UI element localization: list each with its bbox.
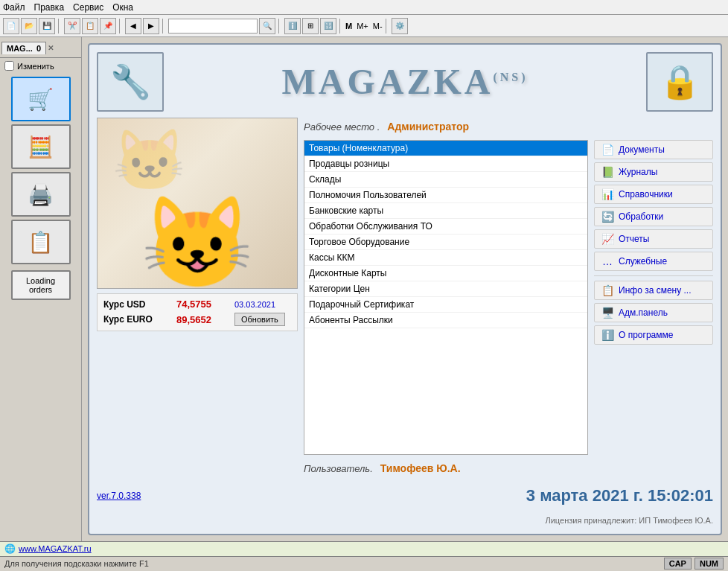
usd-value: 74,5755 bbox=[176, 299, 229, 310]
documents-btn[interactable]: 📄 Документы bbox=[594, 140, 713, 159]
workplace-row: Рабочее место . Администратор bbox=[304, 118, 713, 135]
list-item[interactable]: Подарочный Сертификат bbox=[304, 297, 587, 313]
rep-icon: 📈 bbox=[601, 233, 614, 245]
shift-info-label: Инфо за смену ... bbox=[619, 285, 692, 296]
calculator-icon: 🧮 bbox=[28, 135, 54, 159]
references-btn[interactable]: 📊 Справочники bbox=[594, 185, 713, 204]
admin-label: Администратор bbox=[387, 121, 469, 133]
cashier-icon-btn[interactable]: 🖨️ bbox=[11, 172, 71, 217]
list-item[interactable]: Банковские карты bbox=[304, 203, 587, 219]
settings-btn[interactable]: ⚙️ bbox=[392, 18, 408, 34]
admin-panel-label: Адм.панель bbox=[619, 307, 668, 318]
status-hint: Для получения подсказки нажмите F1 bbox=[4, 559, 661, 568]
notepad-icon-btn[interactable]: 📋 bbox=[11, 220, 71, 264]
middle-section: 😺 🐱 Курс USD 74,5755 03.03.2021 Курс EUR… bbox=[97, 118, 713, 477]
separator-4 bbox=[278, 19, 281, 34]
processing-btn[interactable]: 🔄 Обработки bbox=[594, 207, 713, 226]
separator-3 bbox=[162, 19, 165, 34]
menu-file[interactable]: Файл bbox=[3, 2, 25, 13]
version-link[interactable]: ver.7.0.338 bbox=[97, 491, 141, 501]
about-btn[interactable]: ℹ️ О программе bbox=[594, 325, 713, 345]
list-item[interactable]: Дисконтные Карты bbox=[304, 266, 587, 281]
workplace-label: Рабочее место . bbox=[304, 121, 380, 133]
separator-1 bbox=[58, 19, 61, 34]
app-title: MAGAZKA(NS) bbox=[171, 64, 639, 100]
euro-label: Курс EURO bbox=[103, 314, 170, 325]
tools-icon: 🔧 bbox=[110, 63, 151, 101]
ref-icon: 📊 bbox=[601, 188, 614, 200]
header-row: 🔧 MAGAZKA(NS) 🔒 bbox=[97, 52, 713, 112]
separator-6 bbox=[386, 19, 389, 34]
website-link[interactable]: www.MAGAZKAT.ru bbox=[19, 544, 92, 553]
open-btn[interactable]: 📂 bbox=[21, 18, 37, 34]
basket-icon-btn[interactable]: 🛒 bbox=[11, 77, 71, 121]
cashier-icon: 🖨️ bbox=[28, 182, 54, 207]
menu-service[interactable]: Сервис bbox=[73, 2, 103, 13]
save-btn[interactable]: 💾 bbox=[39, 18, 55, 34]
service-btn[interactable]: … Служебные bbox=[594, 252, 713, 271]
tab-strip: MAG... 0 ✕ bbox=[0, 37, 81, 58]
list-buttons-row: Товары (Номенклатура)Продавцы розницыСкл… bbox=[304, 140, 713, 455]
menu-windows[interactable]: Окна bbox=[112, 2, 133, 13]
search-btn[interactable]: 🔍 bbox=[259, 18, 275, 34]
list-item[interactable]: Торговое Оборудование bbox=[304, 235, 587, 250]
processing-label: Обработки bbox=[619, 211, 663, 222]
mminus-label: M- bbox=[373, 22, 383, 31]
cat-emoji: 😺 bbox=[141, 191, 253, 289]
list-item[interactable]: Кассы ККМ bbox=[304, 250, 587, 266]
grid-btn[interactable]: ⊞ bbox=[302, 18, 319, 34]
copy-btn[interactable]: 📋 bbox=[82, 18, 98, 34]
admin-panel-btn[interactable]: 🖥️ Адм.панель bbox=[594, 303, 713, 322]
list-item[interactable]: Категории Цен bbox=[304, 281, 587, 297]
usd-date: 03.03.2021 bbox=[234, 300, 291, 309]
list-item[interactable]: Полномочия Пользователей bbox=[304, 188, 587, 203]
sidebar-icons: 🛒 🧮 🖨️ 📋 Loadingorders bbox=[0, 74, 81, 541]
back-btn[interactable]: ◀ bbox=[125, 18, 141, 34]
new-btn[interactable]: 📄 bbox=[3, 18, 19, 34]
list-item[interactable]: Обработки Обслуживания ТО bbox=[304, 219, 587, 235]
title-area: MAGAZKA(NS) bbox=[171, 64, 639, 100]
refresh-btn[interactable]: Обновить bbox=[234, 313, 285, 326]
tools-icon-box[interactable]: 🔧 bbox=[97, 52, 164, 112]
loading-orders-btn[interactable]: Loadingorders bbox=[11, 270, 71, 300]
list-item[interactable]: Продавцы розницы bbox=[304, 156, 587, 172]
separator-2 bbox=[119, 19, 122, 34]
menu-edit[interactable]: Правка bbox=[34, 2, 65, 13]
mplus-label: M+ bbox=[357, 22, 368, 31]
currency-row: Курс USD 74,5755 03.03.2021 Курс EURO 89… bbox=[97, 293, 298, 331]
calc-btn[interactable]: 🔢 bbox=[320, 18, 336, 34]
list-item[interactable]: Абоненты Рассылки bbox=[304, 313, 587, 328]
documents-label: Документы bbox=[619, 144, 665, 155]
cat-image: 😺 🐱 bbox=[97, 118, 298, 289]
tab-close-btn[interactable]: ✕ bbox=[48, 44, 54, 52]
adm-icon: 🖥️ bbox=[601, 307, 614, 319]
status-bar: 🌐 www.MAGAZKAT.ru Для получения подсказк… bbox=[0, 541, 728, 571]
search-input[interactable] bbox=[168, 19, 258, 34]
journals-label: Журналы bbox=[619, 167, 657, 177]
calculator-icon-btn[interactable]: 🧮 bbox=[11, 124, 71, 169]
list-item[interactable]: Товары (Номенклатура) bbox=[304, 141, 587, 156]
paste-btn[interactable]: 📌 bbox=[100, 18, 116, 34]
lock-icon-box[interactable]: 🔒 bbox=[646, 52, 713, 112]
user-value: Тимофеев Ю.А. bbox=[380, 462, 461, 474]
journals-btn[interactable]: 📗 Журналы bbox=[594, 162, 713, 182]
user-label: Пользователь. bbox=[304, 463, 373, 474]
cut-btn[interactable]: ✂️ bbox=[64, 18, 80, 34]
list-item[interactable]: Склады bbox=[304, 172, 587, 188]
main-tab[interactable]: MAG... 0 bbox=[1, 42, 46, 54]
reports-btn[interactable]: 📈 Отчеты bbox=[594, 229, 713, 249]
shift-info-btn[interactable]: 📋 Инфо за смену ... bbox=[594, 281, 713, 300]
nom-list-container: Товары (Номенклатура)Продавцы розницыСкл… bbox=[304, 140, 588, 455]
info-btn[interactable]: ℹ️ bbox=[284, 18, 301, 34]
user-row: Пользователь. Тимофеев Ю.А. bbox=[304, 459, 713, 477]
forward-btn[interactable]: ▶ bbox=[143, 18, 159, 34]
status-bar-bottom: Для получения подсказки нажмите F1 CAP N… bbox=[0, 557, 728, 571]
menu-bar: Файл Правка Сервис Окна bbox=[0, 0, 728, 15]
usd-label: Курс USD bbox=[103, 299, 170, 310]
edit-checkbox[interactable] bbox=[4, 61, 14, 71]
license-text: Лицензия принадлежит: ИП Тимофеев Ю.А. bbox=[97, 514, 713, 526]
about-icon: ℹ️ bbox=[601, 329, 614, 341]
doc-icon: 📄 bbox=[601, 144, 614, 156]
journal-icon: 📗 bbox=[601, 166, 614, 178]
reports-label: Отчеты bbox=[619, 234, 649, 244]
